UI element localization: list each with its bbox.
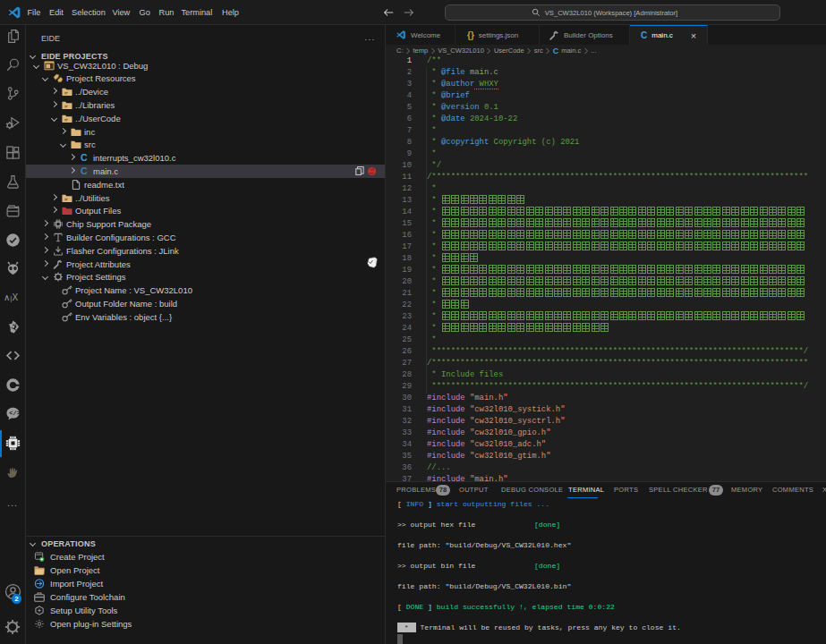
svg-text:∧|X: ∧|X [4, 292, 18, 302]
svg-text:</>: </> [9, 410, 20, 417]
